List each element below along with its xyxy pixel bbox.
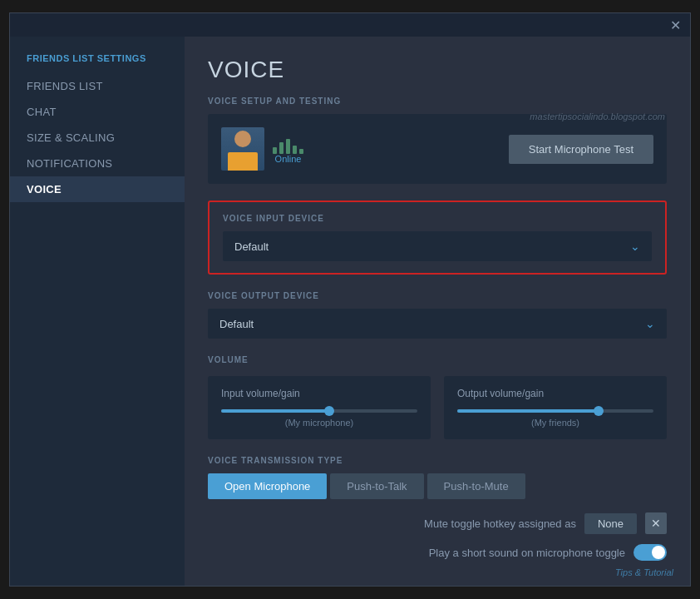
- transmission-buttons: Open Microphone Push-to-Talk Push-to-Mut…: [208, 473, 667, 499]
- transmission-section: VOICE TRANSMISSION TYPE Open Microphone …: [208, 456, 667, 561]
- sidebar-item-friends-list[interactable]: FRIENDS LIST: [10, 73, 185, 99]
- chevron-down-icon-output: ⌄: [645, 317, 655, 330]
- sidebar-item-size-scaling[interactable]: SIZE & SCALING: [10, 125, 185, 151]
- input-volume-box: Input volume/gain (My microphone): [208, 376, 431, 439]
- hotkey-label: Mute toggle hotkey assigned as: [424, 517, 576, 530]
- setup-section-label: VOICE SETUP AND TESTING: [208, 97, 667, 106]
- push-to-mute-button[interactable]: Push-to-Mute: [427, 473, 525, 499]
- content-area: FRIENDS LIST SETTINGS FRIENDS LIST CHAT …: [10, 37, 690, 586]
- sound-row: Play a short sound on microphone toggle: [208, 544, 667, 561]
- watermark2: mastertipsocialindo.blogspot.com: [530, 111, 665, 121]
- start-mic-button[interactable]: Start Microphone Test: [509, 135, 653, 164]
- volume-row: Input volume/gain (My microphone) Output…: [208, 376, 667, 439]
- avatar-head: [234, 131, 251, 147]
- voice-output-label: VOICE OUTPUT DEVICE: [208, 291, 667, 300]
- toggle-knob: [652, 546, 665, 559]
- transmission-section-label: VOICE TRANSMISSION TYPE: [208, 456, 667, 465]
- input-volume-sub-label: (My microphone): [221, 418, 417, 428]
- avatar: [221, 127, 264, 171]
- sidebar-item-chat[interactable]: CHAT: [10, 99, 185, 125]
- sidebar: FRIENDS LIST SETTINGS FRIENDS LIST CHAT …: [10, 37, 185, 586]
- close-button[interactable]: ✕: [667, 17, 683, 33]
- output-volume-label: Output volume/gain: [457, 388, 653, 399]
- setup-box: Online Start Microphone Test: [208, 114, 667, 184]
- open-mic-button[interactable]: Open Microphone: [208, 473, 327, 499]
- sidebar-item-voice[interactable]: VOICE: [10, 176, 185, 202]
- sound-label: Play a short sound on microphone toggle: [429, 547, 625, 559]
- sound-toggle[interactable]: [633, 544, 667, 561]
- output-volume-sub-label: (My friends): [457, 418, 653, 428]
- page-title: VOICE: [208, 57, 667, 83]
- output-volume-thumb[interactable]: [594, 406, 604, 416]
- hotkey-clear-button[interactable]: ✕: [645, 512, 667, 534]
- voice-bar-2: [279, 142, 283, 154]
- avatar-area: Online: [221, 127, 303, 171]
- main-window: ✕ FRIENDS LIST SETTINGS FRIENDS LIST CHA…: [9, 12, 691, 587]
- watermark: Tips & Tutorial: [615, 567, 673, 577]
- hotkey-value: None: [584, 513, 637, 534]
- voice-input-label: VOICE INPUT DEVICE: [223, 214, 652, 223]
- voice-output-dropdown[interactable]: Default ⌄: [208, 309, 667, 339]
- input-volume-slider-track[interactable]: [221, 409, 417, 413]
- output-volume-slider-track[interactable]: [457, 409, 653, 413]
- titlebar: ✕: [10, 13, 690, 37]
- voice-input-section: VOICE INPUT DEVICE Default ⌄: [208, 200, 667, 275]
- voice-input-value: Default: [234, 240, 269, 253]
- volume-section-label: VOLUME: [208, 355, 667, 364]
- hotkey-row: Mute toggle hotkey assigned as None ✕: [208, 512, 667, 534]
- online-badge: Online: [273, 154, 303, 164]
- voice-output-value: Default: [219, 318, 254, 330]
- voice-input-dropdown[interactable]: Default ⌄: [223, 231, 652, 261]
- voice-output-section: VOICE OUTPUT DEVICE Default ⌄: [208, 291, 667, 339]
- input-volume-thumb[interactable]: [324, 406, 334, 416]
- sidebar-item-notifications[interactable]: NOTIFICATIONS: [10, 151, 185, 176]
- voice-bar-4: [293, 146, 297, 154]
- push-to-talk-button[interactable]: Push-to-Talk: [330, 473, 423, 499]
- voice-bars: Online: [273, 134, 303, 164]
- chevron-down-icon: ⌄: [630, 240, 640, 253]
- input-volume-fill: [221, 409, 329, 413]
- output-volume-box: Output volume/gain (My friends): [444, 376, 667, 439]
- volume-section: VOLUME Input volume/gain (My microphone)…: [208, 355, 667, 439]
- voice-bar-3: [286, 139, 290, 154]
- sidebar-header: FRIENDS LIST SETTINGS: [10, 47, 185, 73]
- main-panel: VOICE VOICE SETUP AND TESTING mastertips…: [185, 37, 690, 586]
- avatar-shirt: [228, 152, 258, 171]
- voice-bar-1: [273, 147, 277, 154]
- output-volume-fill: [457, 409, 599, 413]
- input-volume-label: Input volume/gain: [221, 388, 417, 399]
